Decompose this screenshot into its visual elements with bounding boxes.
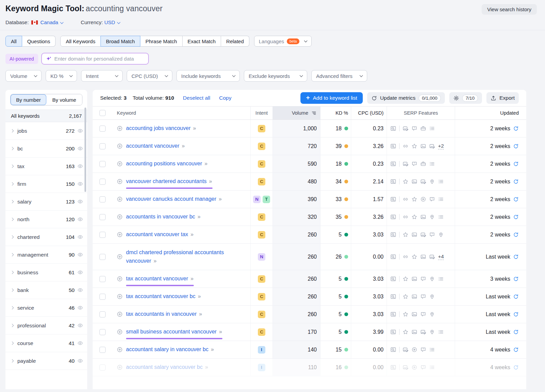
serp-preview-icon[interactable] [390,232,396,238]
row-checkbox[interactable] [99,161,106,167]
add-keyword-icon[interactable] [117,179,123,184]
tab-broad-match[interactable]: Broad Match [100,36,140,47]
tab-exact-match[interactable]: Exact Match [183,36,221,47]
keyword-link[interactable]: small business accountant vancouver» [126,328,222,336]
filter-kd-[interactable]: KD % [46,70,77,82]
refresh-icon[interactable] [513,214,519,220]
eye-icon[interactable] [77,128,83,134]
sidebar-item-bc[interactable]: bc200 [5,140,87,158]
serp-preview-icon[interactable] [390,126,396,131]
languages-dropdown[interactable]: Languages beta [254,36,312,47]
keyword-link[interactable]: accountant vancouver» [126,142,184,150]
serp-preview-icon[interactable] [390,329,396,335]
eye-icon[interactable] [77,358,83,364]
refresh-icon[interactable] [513,364,519,370]
refresh-icon[interactable] [513,347,519,353]
sidebar-item-chartered[interactable]: chartered104 [5,228,87,246]
keyword-link[interactable]: accounting jobs vancouver» [126,124,196,133]
more-features[interactable]: +4 [438,254,444,260]
row-checkbox[interactable] [99,364,106,371]
export-button[interactable]: Export [486,92,519,104]
all-keywords-row[interactable]: All keywords 2,167 [5,110,87,122]
row-checkbox[interactable] [99,276,106,282]
update-metrics-button[interactable]: Update metrics0/1,000 [367,92,445,104]
refresh-icon[interactable] [513,126,519,131]
add-keyword-icon[interactable] [117,196,123,202]
add-keyword-icon[interactable] [117,311,123,317]
keyword-link[interactable]: tax accountant vancouver bc» [126,292,201,301]
keyword-link[interactable]: accountant salary in vancouver bc» [126,345,214,354]
select-all-checkbox[interactable] [99,110,106,116]
view-search-history-button[interactable]: View search history [482,4,537,15]
row-checkbox[interactable] [99,329,106,335]
keyword-link[interactable]: tax accountants in vancouver» [126,310,202,318]
domain-input[interactable] [54,56,144,62]
serp-preview-icon[interactable] [390,254,396,260]
currency-select[interactable]: USD [104,19,120,25]
sidebar-item-service[interactable]: service46 [5,299,87,317]
column-volume[interactable]: Volume [272,107,320,119]
settings-button[interactable]: 7/10 [449,92,482,104]
row-checkbox[interactable] [99,143,106,149]
refresh-icon[interactable] [513,161,519,167]
tab-phrase-match[interactable]: Phrase Match [140,36,183,47]
serp-preview-icon[interactable] [390,347,396,353]
keyword-link[interactable]: accountants in vancouver bc» [126,213,200,221]
eye-icon[interactable] [77,252,83,258]
add-keyword-icon[interactable] [117,254,123,260]
sidebar-item-firm[interactable]: firm150 [5,175,87,193]
eye-icon[interactable] [77,199,83,205]
filter-advanced-filters[interactable]: Advanced filters [311,70,367,82]
sidebar-scrollbar[interactable] [84,108,86,192]
sidebar-item-professional[interactable]: professional42 [5,317,87,334]
sidebar-item-course[interactable]: course41 [5,334,87,352]
tab-all-keywords[interactable]: All Keywords [60,36,101,47]
keyword-link[interactable]: accountant vancouver tax» [126,230,193,239]
filter-exclude-keywords[interactable]: Exclude keywords [244,70,307,82]
tab-related[interactable]: Related [221,36,249,47]
column-serp-features[interactable]: SERP Features [387,107,455,119]
keyword-link[interactable]: vancouver canucks account manager» [126,195,221,203]
keyword-link[interactable]: vancouver chartered accountants» [126,177,212,186]
toggle-by-volume[interactable]: By volume [46,94,82,105]
keyword-link[interactable]: tax accountant vancouver» [126,275,193,283]
add-keyword-icon[interactable] [117,276,123,282]
database-select[interactable]: Canada [40,19,63,25]
eye-icon[interactable] [77,305,83,311]
refresh-icon[interactable] [513,196,519,202]
add-keyword-icon[interactable] [117,364,123,370]
eye-icon[interactable] [77,323,83,328]
serp-preview-icon[interactable] [390,311,396,317]
keyword-link[interactable]: accounting positions vancouver» [126,160,207,168]
eye-icon[interactable] [77,181,83,187]
tab-all[interactable]: All [5,36,22,47]
refresh-icon[interactable] [513,179,519,184]
row-checkbox[interactable] [99,347,106,353]
serp-preview-icon[interactable] [390,214,396,220]
filter-volume[interactable]: Volume [5,70,42,82]
copy-link[interactable]: Copy [219,95,231,101]
refresh-icon[interactable] [513,232,519,238]
sidebar-item-salary[interactable]: salary123 [5,193,87,211]
keyword-link[interactable]: accountant salary vancouver bc» [126,363,208,372]
refresh-icon[interactable] [513,311,519,317]
column-cpc[interactable]: CPC (USD) [351,107,387,119]
refresh-icon[interactable] [513,329,519,335]
eye-icon[interactable] [77,146,83,151]
deselect-all-link[interactable]: Deselect all [183,95,210,101]
eye-icon[interactable] [77,234,83,240]
sidebar-item-jobs[interactable]: jobs272 [5,122,87,140]
serp-preview-icon[interactable] [390,161,396,167]
filter-include-keywords[interactable]: Include keywords [176,70,240,82]
add-keyword-icon[interactable] [117,329,123,335]
add-keyword-icon[interactable] [117,161,123,167]
row-checkbox[interactable] [99,294,106,300]
row-checkbox[interactable] [99,179,106,185]
add-keyword-icon[interactable] [117,294,123,299]
row-checkbox[interactable] [99,214,106,220]
row-checkbox[interactable] [99,311,106,317]
sidebar-item-management[interactable]: management90 [5,246,87,264]
refresh-icon[interactable] [513,294,519,299]
add-keyword-icon[interactable] [117,126,123,131]
row-checkbox[interactable] [99,232,106,238]
